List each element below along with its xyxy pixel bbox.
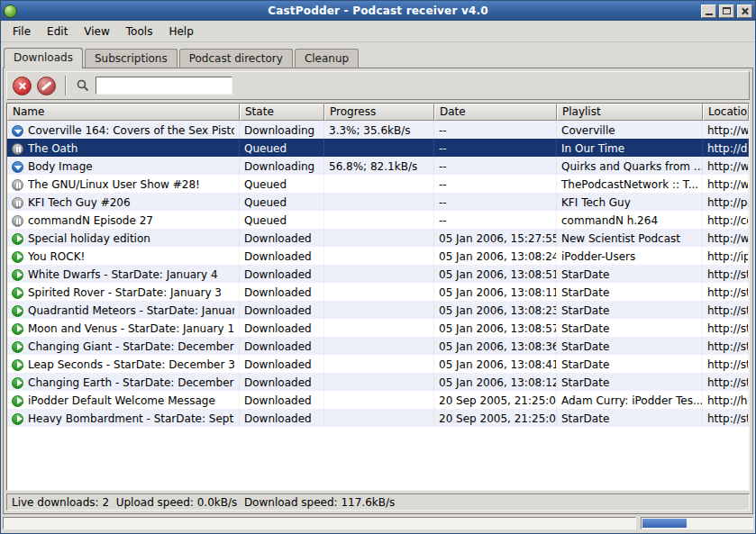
menu-edit[interactable]: Edit (39, 23, 76, 41)
cell-playlist: Adam Curry: iPodder Tes... (557, 391, 703, 409)
cell-date: 05 Jan 2006, 13:08:11 (434, 283, 557, 301)
cell-progress (324, 283, 434, 301)
cell-state: Downloaded (240, 229, 324, 247)
cell-name: Moon and Venus - StarDate: January 1 (7, 319, 240, 337)
cell-date: 05 Jan 2006, 13:08:24 (434, 247, 557, 265)
table-row[interactable]: KFI Tech Guy #206Queued--KFI Tech Guyhtt… (7, 193, 749, 211)
cell-playlist: StarDate (557, 337, 703, 355)
remove-download-button[interactable] (37, 77, 56, 95)
menu-tools[interactable]: Tools (118, 23, 161, 41)
cell-state: Queued (240, 139, 324, 157)
downloaded-status-icon (12, 269, 23, 281)
table-row[interactable]: Changing Giant - StarDate: December ...D… (7, 337, 749, 355)
cell-state: Downloaded (240, 391, 324, 409)
cell-location: http://stard (703, 355, 749, 373)
tab-strip: Downloads Subscriptions Podcast director… (1, 42, 755, 68)
cell-playlist: KFI Tech Guy (557, 193, 703, 211)
table-row[interactable]: The GNU/Linux User Show #28!Queued--TheP… (7, 175, 749, 193)
cell-playlist: iPodder-Users (557, 247, 703, 265)
menu-bar: File Edit View Tools Help (1, 21, 755, 42)
cell-progress (324, 193, 434, 211)
minimize-button[interactable] (701, 5, 716, 18)
episode-title: Leap Seconds - StarDate: December 30 (28, 358, 234, 371)
table-row[interactable]: Heavy Bombardment - StarDate: Sept...Dow… (7, 409, 749, 427)
table-row[interactable]: White Dwarfs - StarDate: January 4Downlo… (7, 265, 749, 283)
tab-downloads[interactable]: Downloads (4, 48, 83, 68)
search-input[interactable] (96, 77, 232, 95)
downloaded-status-icon (12, 413, 23, 425)
cell-progress (324, 319, 434, 337)
cell-name: Heavy Bombardment - StarDate: Sept... (7, 409, 240, 427)
tab-subscriptions[interactable]: Subscriptions (85, 49, 178, 68)
table-row[interactable]: Spirited Rover - StarDate: January 3Down… (7, 283, 749, 301)
cell-progress (324, 175, 434, 193)
maximize-button[interactable] (719, 5, 734, 18)
column-header-progress[interactable]: Progress (324, 104, 434, 121)
close-button[interactable] (737, 5, 752, 18)
column-header-playlist[interactable]: Playlist (557, 104, 703, 121)
title-bar[interactable]: CastPodder - Podcast receiver v4.0 (1, 1, 755, 21)
cell-state: Downloaded (240, 283, 324, 301)
cell-state: Downloading (240, 121, 324, 139)
episode-title: KFI Tech Guy #206 (28, 196, 131, 209)
column-header-state[interactable]: State (240, 104, 324, 121)
cell-location: http://stard (703, 337, 749, 355)
episode-title: Changing Earth - StarDate: December ... (28, 376, 234, 389)
downloaded-status-icon (12, 395, 23, 407)
table-row[interactable]: Moon and Venus - StarDate: January 1Down… (7, 319, 749, 337)
cell-date: 05 Jan 2006, 15:27:55 (434, 229, 557, 247)
table-row[interactable]: Changing Earth - StarDate: December ...D… (7, 373, 749, 391)
window-title: CastPodder - Podcast receiver v4.0 (1, 5, 755, 17)
tab-podcast-directory[interactable]: Podcast directory (179, 49, 293, 68)
column-header-location[interactable]: Location (703, 104, 749, 121)
footer-download-progressbar (641, 517, 753, 529)
table-row[interactable]: Quadrantid Meteors - StarDate: Januar...… (7, 301, 749, 319)
cell-date: 20 Sep 2005, 21:25:04 (434, 391, 557, 409)
table-row[interactable]: iPodder Default Welcome MessageDownloade… (7, 391, 749, 409)
cell-location: http://ipod (703, 247, 749, 265)
cell-location: http://comm (703, 211, 749, 229)
menu-file[interactable]: File (5, 23, 39, 41)
status-bar: Live downloads: 2 Upload speed: 0.0kB/s … (6, 493, 750, 511)
table-row[interactable]: Special holiday editionDownloaded05 Jan … (7, 229, 749, 247)
cell-progress (324, 265, 434, 283)
column-header-name[interactable]: Name (7, 104, 240, 121)
cell-playlist: StarDate (557, 265, 703, 283)
stop-download-button[interactable] (13, 77, 32, 95)
table-row[interactable]: You ROCK!Downloaded05 Jan 2006, 13:08:24… (7, 247, 749, 265)
cell-date: 05 Jan 2006, 13:08:41 (434, 355, 557, 373)
table-row[interactable]: Body ImageDownloading56.8%; 82.1kB/s--Qu… (7, 157, 749, 175)
episode-title: commandN Episode 27 (28, 214, 153, 227)
cell-date: 05 Jan 2006, 13:08:12 (434, 373, 557, 391)
queued-status-icon (12, 197, 23, 209)
cell-playlist: StarDate (557, 319, 703, 337)
footer-progress-trough (3, 517, 636, 529)
episode-title: The GNU/Linux User Show #28! (28, 178, 200, 191)
cell-progress (324, 391, 434, 409)
cell-name: The Oath (7, 139, 240, 157)
cell-name: iPodder Default Welcome Message (7, 391, 240, 409)
cell-date: 05 Jan 2006, 13:08:51 (434, 265, 557, 283)
table-row[interactable]: Leap Seconds - StarDate: December 30Down… (7, 355, 749, 373)
episode-title: Special holiday edition (28, 232, 150, 245)
table-row[interactable]: Coverville 164: Covers of the Sex Pistol… (7, 121, 749, 139)
menu-view[interactable]: View (76, 23, 117, 41)
footer-progress-fill (642, 519, 687, 528)
cell-progress (324, 247, 434, 265)
episode-title: iPodder Default Welcome Message (28, 394, 215, 407)
menu-help[interactable]: Help (160, 23, 201, 41)
cell-playlist: Quirks and Quarks from ... (557, 157, 703, 175)
tab-cleanup[interactable]: Cleanup (295, 49, 359, 68)
table-row[interactable]: commandN Episode 27Queued--commandN h.26… (7, 211, 749, 229)
cell-name: Changing Giant - StarDate: December ... (7, 337, 240, 355)
table-row[interactable]: The OathQueued--In Our Timehttp://down (7, 139, 749, 157)
cell-name: You ROCK! (7, 247, 240, 265)
cell-progress (324, 139, 434, 157)
cell-playlist: StarDate (557, 301, 703, 319)
footer (1, 514, 755, 533)
cell-location: http://www. (703, 157, 749, 175)
cell-progress (324, 211, 434, 229)
cell-playlist: StarDate (557, 355, 703, 373)
cell-location: http://down (703, 139, 749, 157)
column-header-date[interactable]: Date (434, 104, 557, 121)
